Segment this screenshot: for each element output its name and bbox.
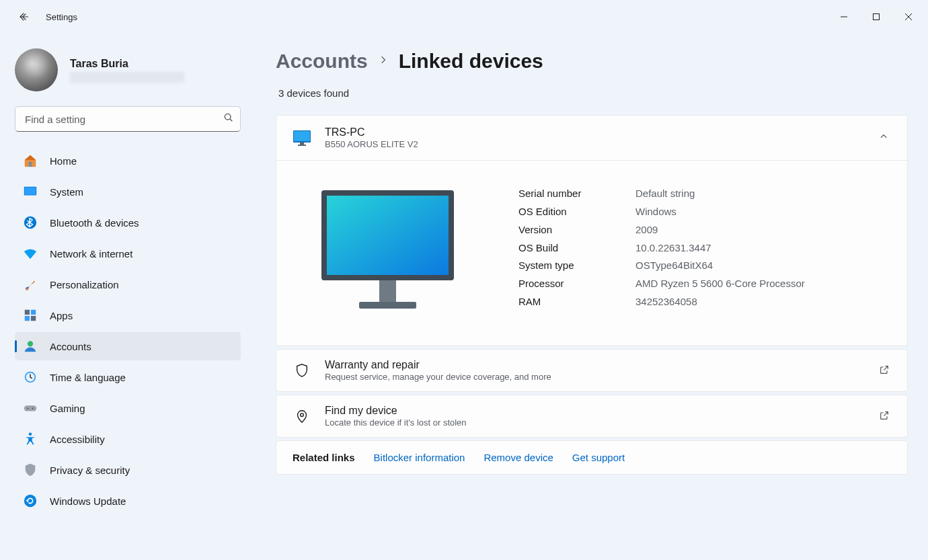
external-link-icon <box>879 364 891 376</box>
nav-bluetooth[interactable]: Bluetooth & devices <box>15 208 241 237</box>
brush-icon <box>23 277 38 292</box>
spec-value: OSType64BitX64 <box>635 259 805 276</box>
spec-label: Serial number <box>518 188 635 204</box>
nav-home[interactable]: Home <box>15 147 241 175</box>
nav-label: Privacy & security <box>50 465 130 476</box>
svg-rect-29 <box>359 302 416 309</box>
nav-label: Accessibility <box>50 434 105 445</box>
profile-section[interactable]: Taras Buria <box>15 48 241 91</box>
link-get-support[interactable]: Get support <box>572 452 625 463</box>
sidebar: Taras Buria Home System Bluetooth & devi… <box>0 34 249 560</box>
location-icon <box>293 408 311 424</box>
nav-apps[interactable]: Apps <box>15 301 241 329</box>
device-card-header[interactable]: TRS-PC B550 AORUS ELITE V2 <box>276 116 907 160</box>
maximize-button[interactable] <box>861 6 892 28</box>
svg-rect-8 <box>25 188 36 195</box>
page-title: Linked devices <box>399 50 543 73</box>
related-label: Related links <box>293 452 355 463</box>
nav-list: Home System Bluetooth & devices Network … <box>15 147 241 515</box>
nav-label: Bluetooth & devices <box>50 217 139 229</box>
nav-privacy[interactable]: Privacy & security <box>15 456 241 484</box>
chevron-right-icon <box>379 55 388 67</box>
spec-label: System type <box>518 259 635 276</box>
svg-rect-27 <box>327 196 449 275</box>
svg-rect-1 <box>874 14 880 20</box>
breadcrumb-parent[interactable]: Accounts <box>276 50 368 73</box>
nav-network[interactable]: Network & internet <box>15 239 241 268</box>
link-title: Find my device <box>325 405 865 417</box>
spec-label: Version <box>518 224 635 240</box>
device-model: B550 AORUS ELITE V2 <box>325 139 865 149</box>
nav-label: Accounts <box>50 341 91 352</box>
titlebar: Settings <box>0 0 928 34</box>
related-links: Related links Bitlocker information Remo… <box>276 440 908 475</box>
device-name: TRS-PC <box>325 126 865 138</box>
monitor-illustration <box>317 188 458 312</box>
svg-rect-28 <box>379 280 396 302</box>
svg-rect-11 <box>31 310 36 315</box>
shield-icon <box>293 362 311 378</box>
nav-label: Network & internet <box>50 248 132 259</box>
svg-rect-23 <box>294 131 310 141</box>
breadcrumb: Accounts Linked devices <box>276 50 908 73</box>
find-device-link[interactable]: Find my device Locate this device if it'… <box>276 395 908 438</box>
svg-point-14 <box>28 341 33 346</box>
svg-rect-13 <box>31 316 36 321</box>
minimize-button[interactable] <box>828 6 859 28</box>
nav-personalization[interactable]: Personalization <box>15 270 241 298</box>
nav-system[interactable]: System <box>15 177 241 206</box>
spec-value: Windows <box>635 206 805 222</box>
nav-label: Time & language <box>50 372 126 383</box>
gaming-icon <box>23 401 38 415</box>
svg-rect-12 <box>25 316 30 321</box>
spec-value: 34252364058 <box>635 296 805 312</box>
nav-time[interactable]: Time & language <box>15 363 241 391</box>
link-bitlocker[interactable]: Bitlocker information <box>374 452 465 463</box>
nav-accessibility[interactable]: Accessibility <box>15 425 241 453</box>
nav-accounts[interactable]: Accounts <box>15 332 241 360</box>
svg-point-18 <box>27 408 28 409</box>
nav-gaming[interactable]: Gaming <box>15 394 241 422</box>
spec-label: RAM <box>518 296 635 312</box>
link-title: Warranty and repair <box>325 359 865 371</box>
svg-point-4 <box>225 114 231 120</box>
link-subtitle: Request service, manage your device cove… <box>325 372 865 382</box>
search-icon <box>223 112 234 126</box>
nav-label: Windows Update <box>50 495 126 507</box>
warranty-link[interactable]: Warranty and repair Request service, man… <box>276 349 908 392</box>
link-remove-device[interactable]: Remove device <box>484 452 553 463</box>
privacy-icon <box>23 463 38 477</box>
chevron-up-icon <box>879 132 891 144</box>
nav-label: Apps <box>50 310 73 321</box>
spec-grid: Serial number Default string OS Edition … <box>518 188 805 312</box>
main-content: Accounts Linked devices 3 devices found … <box>249 34 928 560</box>
device-card: TRS-PC B550 AORUS ELITE V2 <box>276 115 908 346</box>
close-button[interactable] <box>893 6 924 28</box>
search-input[interactable] <box>15 106 241 132</box>
svg-rect-6 <box>28 162 32 167</box>
spec-label: OS Edition <box>518 206 635 222</box>
spec-value: Default string <box>635 188 805 204</box>
svg-rect-17 <box>24 405 36 411</box>
spec-value: 10.0.22631.3447 <box>635 242 805 258</box>
svg-rect-24 <box>300 143 304 145</box>
accounts-icon <box>23 339 38 354</box>
device-details: Serial number Default string OS Edition … <box>276 160 907 346</box>
wifi-icon <box>23 246 38 261</box>
svg-point-19 <box>32 408 34 409</box>
svg-point-20 <box>29 432 32 436</box>
spec-label: Processor <box>518 278 635 294</box>
external-link-icon <box>879 410 891 422</box>
svg-point-30 <box>301 413 304 417</box>
back-button[interactable] <box>17 10 31 24</box>
spec-value: AMD Ryzen 5 5600 6-Core Processor <box>635 278 805 294</box>
nav-update[interactable]: Windows Update <box>15 487 241 515</box>
spec-label: OS Build <box>518 242 635 258</box>
nav-label: Gaming <box>50 403 85 414</box>
apps-icon <box>23 308 38 323</box>
devices-count: 3 devices found <box>278 87 908 99</box>
time-icon <box>23 370 38 385</box>
nav-label: Home <box>50 155 77 167</box>
link-subtitle: Locate this device if it's lost or stole… <box>325 417 865 428</box>
window-controls <box>828 6 924 28</box>
